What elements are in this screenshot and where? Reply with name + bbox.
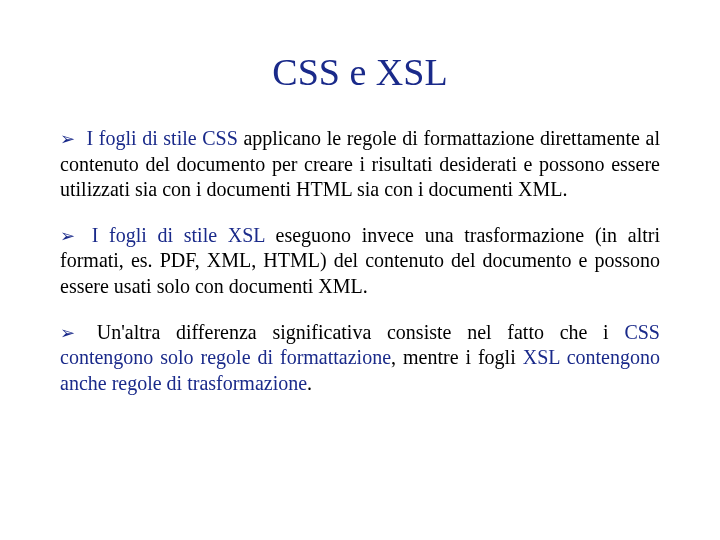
arrow-icon: ➢ — [60, 323, 75, 343]
bullet-item-3: ➢ Un'altra differenza significativa cons… — [60, 320, 660, 397]
bullet-text-pre: Un'altra differenza significativa consis… — [97, 321, 625, 343]
bullet-text-end: . — [307, 372, 312, 394]
bullet-text-mid: , mentre i fogli — [391, 346, 523, 368]
bullet-lead: I fogli di stile CSS — [87, 127, 238, 149]
arrow-icon: ➢ — [60, 129, 75, 149]
slide-title: CSS e XSL — [60, 50, 660, 94]
bullet-item-1: ➢ I fogli di stile CSS applicano le rego… — [60, 126, 660, 203]
bullet-item-2: ➢ I fogli di stile XSL eseguono invece u… — [60, 223, 660, 300]
bullet-lead: I fogli di stile XSL — [92, 224, 265, 246]
arrow-icon: ➢ — [60, 226, 75, 246]
